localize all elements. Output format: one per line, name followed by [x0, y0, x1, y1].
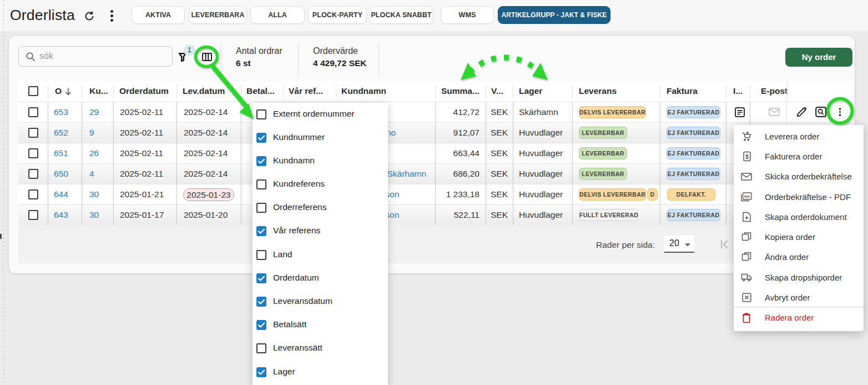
svg-text:$: $ — [745, 154, 749, 160]
svg-text:PDF: PDF — [744, 195, 751, 198]
